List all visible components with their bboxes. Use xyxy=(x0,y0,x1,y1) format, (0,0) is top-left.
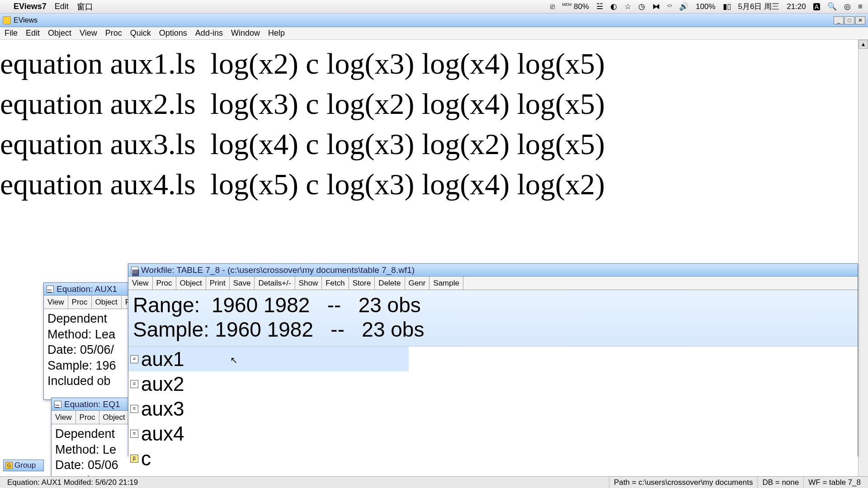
status-db: DB = none xyxy=(757,477,803,488)
wf-object-label: c xyxy=(141,446,151,471)
status-wf: WF = table 7_8 xyxy=(803,477,865,488)
time-text: 21:20 xyxy=(787,2,806,11)
wf-object-aux2[interactable]: = aux2 xyxy=(128,371,858,396)
menu-addins[interactable]: Add-ins xyxy=(195,28,223,38)
menu-quick[interactable]: Quick xyxy=(130,28,151,38)
wf-btn-proc[interactable]: Proc xyxy=(153,277,176,290)
menu-help[interactable]: Help xyxy=(268,28,285,38)
wf-btn-print[interactable]: Print xyxy=(206,277,230,290)
wf-btn-save[interactable]: Save xyxy=(230,277,255,290)
tray-icon-1[interactable]: ☱ xyxy=(596,2,603,11)
workfile-object-list[interactable]: = aux1 = aux2 = aux3 = aux4 β c xyxy=(128,347,858,488)
program-line: equation aux3.ls log(x4) c log(x3) log(x… xyxy=(0,124,858,164)
btn-view[interactable]: View xyxy=(44,296,68,309)
mac-menu-window[interactable]: 窗口 xyxy=(77,1,93,12)
equation-aux1-title: Equation: AUX1 xyxy=(57,284,117,294)
wf-btn-details[interactable]: Details+/- xyxy=(255,277,295,290)
equation-icon: = xyxy=(130,380,138,388)
workfile-toolbar: View Proc Object Print Save Details+/- S… xyxy=(128,277,858,290)
btn-object[interactable]: Object xyxy=(99,411,129,424)
equation-icon: = xyxy=(130,355,138,363)
wf-btn-store[interactable]: Store xyxy=(349,277,375,290)
menu-options[interactable]: Options xyxy=(159,28,187,38)
wf-btn-delete[interactable]: Delete xyxy=(375,277,405,290)
mac-menu-edit[interactable]: Edit xyxy=(55,2,69,11)
app-menubar: File Edit Object View Proc Quick Options… xyxy=(0,27,868,40)
battery-icon[interactable]: ▮▯ xyxy=(723,2,731,11)
wf-object-aux1[interactable]: = aux1 xyxy=(128,347,409,371)
notification-center-icon[interactable]: ≡ xyxy=(858,2,863,11)
siri-icon[interactable]: ◎ xyxy=(844,2,851,11)
minimize-button[interactable]: _ xyxy=(834,16,844,24)
star-icon[interactable]: ☆ xyxy=(624,2,631,11)
program-line: equation aux1.ls log(x2) c log(x3) log(x… xyxy=(0,43,858,84)
wf-btn-fetch[interactable]: Fetch xyxy=(322,277,349,290)
wf-btn-view[interactable]: View xyxy=(128,277,153,290)
workfile-info: Range: 1960 1982 -- 23 obs Sample: 1960 … xyxy=(128,290,858,347)
menu-object[interactable]: Object xyxy=(48,28,71,38)
app-titlebar: EViews _ □ ✕ xyxy=(0,14,868,27)
input-source-icon[interactable]: A xyxy=(813,3,820,10)
wf-object-label: aux3 xyxy=(141,396,184,421)
app-title: EViews xyxy=(14,16,38,24)
scroll-up-icon[interactable]: ▲ xyxy=(859,40,868,49)
workfile-titlebar[interactable]: ▦ Workfile: TABLE 7_8 - (c:\users\crosso… xyxy=(128,264,858,277)
workfile-window[interactable]: ▦ Workfile: TABLE 7_8 - (c:\users\crosso… xyxy=(128,263,858,456)
close-button[interactable]: ✕ xyxy=(855,16,865,24)
equation-icon: = xyxy=(54,401,61,408)
program-editor[interactable]: equation aux1.ls log(x2) c log(x3) log(x… xyxy=(0,40,858,204)
menu-edit[interactable]: Edit xyxy=(26,28,40,38)
clock-icon[interactable]: ◷ xyxy=(638,2,645,11)
group-tab-label: Group xyxy=(14,461,36,470)
wf-btn-sample[interactable]: Sample xyxy=(429,277,463,290)
equation-icon: = xyxy=(130,430,138,438)
btn-view[interactable]: View xyxy=(52,411,76,424)
vertical-scrollbar[interactable]: ▲ ▼ xyxy=(858,40,868,488)
wf-btn-genr[interactable]: Genr xyxy=(405,277,430,290)
menu-view[interactable]: View xyxy=(80,28,97,38)
spotlight-icon[interactable]: 🔍 xyxy=(827,2,837,11)
maximize-button[interactable]: □ xyxy=(844,16,854,24)
bluetooth-icon[interactable]: ⧓ xyxy=(652,2,660,11)
menu-file[interactable]: File xyxy=(5,28,18,38)
tray-icon-2[interactable]: ◐ xyxy=(610,2,617,11)
screencast-icon[interactable]: ⎚ xyxy=(550,2,555,11)
range-text: Range: 1960 1982 -- 23 obs xyxy=(133,293,853,317)
menu-window[interactable]: Window xyxy=(231,28,260,38)
btn-proc[interactable]: Proc xyxy=(76,411,99,424)
btn-proc[interactable]: Proc xyxy=(68,296,92,309)
group-icon: G xyxy=(5,462,13,469)
mem-indicator: MEM 80% xyxy=(562,2,589,11)
wf-object-label: aux1 xyxy=(141,347,184,371)
battery-text: 100% xyxy=(696,2,715,11)
eviews-window: EViews _ □ ✕ File Edit Object View Proc … xyxy=(0,14,868,488)
app-icon xyxy=(3,16,11,24)
wf-object-c[interactable]: β c xyxy=(128,446,858,471)
program-line: equation aux4.ls log(x5) c log(x3) log(x… xyxy=(0,164,858,204)
sound-icon[interactable]: 🔊 xyxy=(679,2,689,11)
coef-icon: β xyxy=(130,455,138,463)
wifi-icon[interactable]: ⌔ xyxy=(667,2,672,11)
mac-app-name[interactable]: EViews7 xyxy=(14,2,47,11)
wf-btn-show[interactable]: Show xyxy=(295,277,322,290)
date-text: 5月6日 周三 xyxy=(738,1,780,12)
workfile-icon: ▦ xyxy=(131,267,138,274)
wf-btn-object[interactable]: Object xyxy=(176,277,206,290)
wf-object-label: aux4 xyxy=(141,421,184,446)
equation-icon: = xyxy=(130,405,138,413)
equation-eq1-title: Equation: EQ1 xyxy=(64,399,120,409)
status-path: Path = c:\users\crossover\my documents xyxy=(609,477,758,488)
wf-object-aux3[interactable]: = aux3 xyxy=(128,396,858,421)
statusbar: Equation: AUX1 Modifed: 5/6/20 21:19 Pat… xyxy=(0,476,868,488)
cursor-icon: ↖ xyxy=(230,355,238,366)
mdi-client-area: equation aux1.ls log(x2) c log(x3) log(x… xyxy=(0,40,868,488)
workfile-title: Workfile: TABLE 7_8 - (c:\users\crossove… xyxy=(141,265,415,275)
sample-text: Sample: 1960 1982 -- 23 obs xyxy=(133,317,853,342)
btn-object[interactable]: Object xyxy=(92,296,122,309)
mac-menubar: EViews7 Edit 窗口 ⎚ MEM 80% ☱ ◐ ☆ ◷ ⧓ ⌔ 🔊 … xyxy=(0,0,868,14)
program-line: equation aux2.ls log(x3) c log(x2) log(x… xyxy=(0,84,858,124)
menu-proc[interactable]: Proc xyxy=(105,28,122,38)
group-minimized-tab[interactable]: G Group xyxy=(3,460,44,471)
wf-object-aux4[interactable]: = aux4 xyxy=(128,421,858,446)
status-left: Equation: AUX1 Modifed: 5/6/20 21:19 xyxy=(3,477,142,488)
